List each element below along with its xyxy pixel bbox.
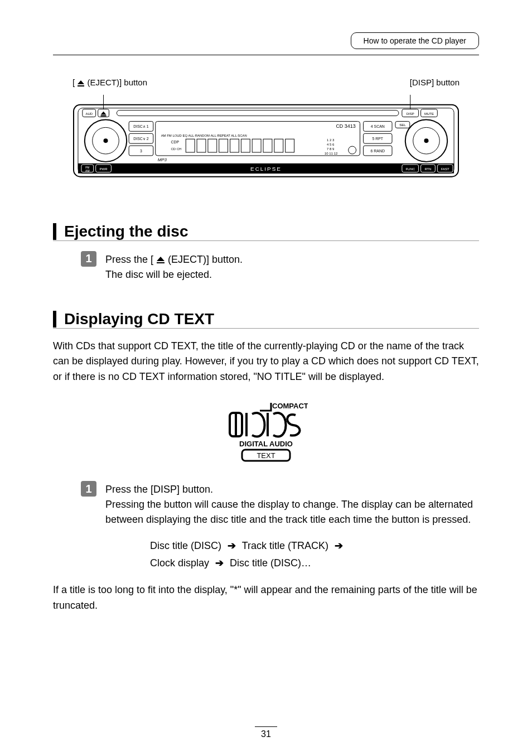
section2-intro: With CDs that support CD TEXT, the title… [53, 339, 479, 386]
eject-button-label: [ (EJECT)] button [72, 78, 147, 87]
model-label: CD 3413 [336, 123, 355, 129]
text-label: TEXT [257, 451, 275, 460]
svg-point-4 [104, 138, 108, 143]
flow-item: Track title (TRACK) [242, 540, 328, 551]
step-number-badge: 1 [81, 251, 96, 267]
pwr-btn: PWR [100, 167, 108, 171]
fast-btn: FAST [441, 167, 449, 171]
section-cdtext-title: Displaying CD TEXT [53, 310, 479, 329]
section2-step1: 1 Press the [DISP] button. Pressing the … [81, 481, 479, 571]
step1-line1: Press the [DISP] button. [105, 482, 479, 497]
cdp-label: CDP [171, 140, 179, 144]
scan-btn: 4 SCAN [371, 124, 385, 128]
sel-btn: SEL [399, 123, 406, 127]
step1-sub: The disc will be ejected. [105, 267, 479, 282]
arrow-icon: ➔ [228, 537, 236, 555]
lcd-icons-line: AM FM LOUD EQ ALL·RANDOM ALL·REPEAT ALL·… [161, 134, 247, 137]
fm-btn: FM [85, 166, 89, 169]
preset3-btn: 3 [140, 149, 142, 153]
diagram-labels: [ (EJECT)] button [DISP] button [72, 78, 460, 87]
car-stereo-diagram: VOL ESN RESET AUD DISP MUTE CD 3413 [72, 89, 460, 184]
step-number-badge: 1 [81, 481, 96, 497]
disc-up-btn: DISC∧ 1 [133, 124, 148, 128]
svg-point-7 [424, 138, 429, 143]
label-prefix: [ [72, 78, 77, 87]
section1-heading: Ejecting the disc [64, 223, 188, 240]
page-number: 31 [0, 726, 532, 739]
breadcrumb: How to operate the CD player [351, 32, 479, 49]
svg-rect-17 [197, 139, 206, 152]
eject-icon [156, 256, 165, 264]
section1-step1: 1 Press the [ (EJECT)] button. The disc … [81, 251, 479, 282]
rand-btn: 6 RAND [371, 149, 385, 153]
eject-icon [77, 80, 85, 86]
mp3-label: MP3 [158, 157, 167, 162]
am-btn: AM [85, 170, 89, 172]
section-ejecting-title: Ejecting the disc [53, 223, 479, 241]
section2-heading: Displaying CD TEXT [64, 310, 214, 328]
svg-rect-16 [186, 139, 195, 152]
cd-text-logo: COMPACT DIGITAL AUDIO TEXT [53, 401, 479, 464]
section-bar-icon [53, 223, 56, 240]
step1-suffix: (EJECT)] button. [165, 254, 243, 265]
stereo-svg: VOL ESN RESET AUD DISP MUTE CD 3413 [72, 89, 460, 184]
svg-rect-22 [252, 139, 261, 152]
digital-audio-text: DIGITAL AUDIO [239, 440, 293, 448]
compact-disc-logo-svg: COMPACT DIGITAL AUDIO TEXT [224, 401, 308, 462]
lcd-nums4: 10 11 12 [325, 152, 337, 155]
func-btn: FUNC [405, 167, 415, 171]
svg-rect-18 [208, 139, 217, 152]
display-flow: Disc title (DISC) ➔ Track title (TRACK) … [150, 537, 479, 571]
cdch-label: CD CH [171, 147, 181, 151]
disp-button-label: [DISP] button [410, 78, 460, 87]
svg-point-26 [349, 146, 356, 154]
rpt-btn: 5 RPT [372, 137, 383, 141]
rtn-btn: RTN [424, 167, 431, 171]
aud-btn: AUD [85, 112, 93, 115]
mute-btn: MUTE [424, 112, 434, 115]
step1-line2: Pressing the button will cause the displ… [105, 497, 479, 527]
step-text: Press the [ (EJECT)] button. The disc wi… [105, 251, 479, 282]
svg-rect-24 [274, 139, 283, 152]
svg-rect-14 [117, 110, 399, 116]
compact-text: COMPACT [272, 402, 308, 410]
section-bar-icon [53, 311, 56, 328]
brand-label: ECLIPSE [250, 166, 282, 172]
svg-rect-21 [241, 139, 250, 152]
step1-prefix: Press the [ [105, 254, 156, 265]
section2-note: If a title is too long to fit into the d… [53, 582, 479, 614]
svg-rect-23 [263, 139, 272, 152]
flow-item: Clock display [150, 557, 209, 569]
lcd-nums2: 4 5 6 [327, 143, 335, 146]
step-text: Press the [DISP] button. Pressing the bu… [105, 481, 479, 571]
disc-down-btn: DISC∨ 2 [133, 137, 148, 141]
arrow-icon: ➔ [215, 555, 224, 572]
flow-item: Disc title (DISC)… [230, 557, 311, 569]
svg-rect-25 [286, 139, 294, 152]
svg-rect-20 [230, 139, 239, 152]
lcd-nums3: 7 8 9 [327, 147, 335, 151]
header-divider [53, 55, 479, 55]
lcd-nums: 1 2 3 [327, 138, 335, 142]
arrow-icon: ➔ [335, 537, 343, 555]
svg-rect-19 [219, 139, 228, 152]
label-suffix: (EJECT)] button [85, 78, 147, 87]
disp-btn: DISP [407, 112, 414, 115]
flow-item: Disc title (DISC) [150, 540, 221, 551]
